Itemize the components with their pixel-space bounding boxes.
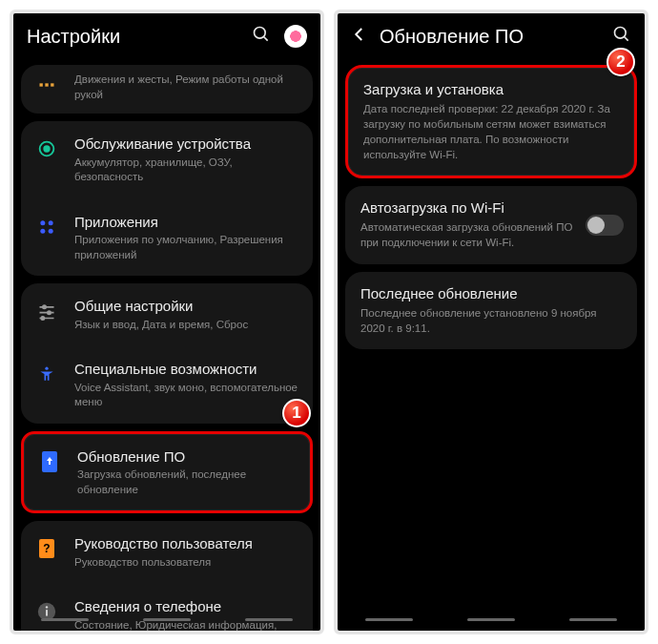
svg-line-25	[625, 37, 628, 41]
settings-group-1: Движения и жесты, Режим работы одной рук…	[21, 65, 313, 114]
svg-point-7	[40, 220, 45, 225]
svg-point-0	[255, 28, 266, 39]
search-icon[interactable]	[612, 25, 631, 48]
svg-point-12	[43, 305, 46, 308]
svg-point-8	[49, 220, 53, 225]
item-sub: Последнее обновление установлено 9 ноябр…	[360, 305, 622, 336]
step-badge-2: 2	[607, 48, 635, 76]
svg-point-14	[48, 311, 51, 314]
settings-group-update-highlight: Обновление ПО Загрузка обновлений, после…	[21, 431, 313, 514]
auto-download-wifi-item[interactable]: Автозагрузка по Wi-Fi Автоматическая заг…	[345, 186, 637, 263]
nav-back[interactable]	[569, 618, 617, 621]
svg-text:?: ?	[43, 542, 50, 555]
android-navbar	[13, 610, 320, 629]
page-title: Настройки	[27, 26, 240, 48]
svg-point-10	[49, 228, 53, 233]
svg-point-16	[41, 317, 44, 320]
item-sub: Дата последней проверки: 22 декабря 2020…	[363, 101, 619, 162]
accessibility-icon	[34, 362, 59, 386]
avatar[interactable]	[284, 25, 307, 48]
motion-icon	[34, 73, 59, 97]
last-update-item[interactable]: Последнее обновление Последнее обновлени…	[345, 272, 637, 349]
settings-item-label: Специальные возможности	[74, 360, 299, 379]
search-icon[interactable]	[252, 25, 271, 48]
phone-right: Обновление ПО Загрузка и установка Дата …	[334, 10, 648, 634]
settings-item-general[interactable]: Общие настройки Язык и ввод, Дата и врем…	[21, 283, 313, 345]
apps-icon	[34, 215, 59, 239]
settings-item-sub: Приложения по умолчанию, Разрешения прил…	[74, 233, 299, 262]
item-title: Загрузка и установка	[363, 81, 619, 97]
sliders-icon	[34, 299, 59, 323]
phone-left: Настройки Движения и жесты, Режим работы…	[10, 10, 324, 634]
settings-item-label: Общие настройки	[74, 297, 299, 316]
device-care-icon	[34, 136, 59, 161]
settings-item-sub: Язык и ввод, Дата и время, Сброс	[74, 318, 299, 333]
settings-item-sub: Движения и жесты, Режим работы одной рук…	[74, 73, 299, 102]
svg-point-6	[44, 146, 50, 152]
settings-item-device-care[interactable]: Обслуживание устройства Аккумулятор, хра…	[21, 121, 313, 198]
settings-header: Настройки	[13, 13, 320, 57]
nav-back[interactable]	[245, 618, 293, 621]
settings-item-sub: Аккумулятор, хранилище, ОЗУ, безопасност…	[74, 156, 299, 185]
nav-recent[interactable]	[41, 618, 89, 621]
svg-rect-3	[45, 83, 48, 86]
item-sub: Автоматическая загрузка обновлений ПО пр…	[360, 219, 576, 250]
settings-item-accessibility[interactable]: Специальные возможности Voice Assistant,…	[21, 345, 313, 424]
user-manual-icon: ?	[34, 536, 59, 561]
item-title: Автозагрузка по Wi-Fi	[360, 199, 576, 216]
settings-item-sub: Voice Assistant, звук моно, вспомогатель…	[74, 381, 299, 410]
nav-recent[interactable]	[365, 618, 413, 621]
settings-item-label: Обслуживание устройства	[74, 135, 299, 154]
settings-item-motion[interactable]: Движения и жесты, Режим работы одной рук…	[21, 65, 313, 114]
svg-line-1	[264, 37, 268, 41]
svg-point-9	[40, 228, 45, 233]
settings-item-apps[interactable]: Приложения Приложения по умолчанию, Разр…	[21, 198, 313, 277]
software-update-icon	[37, 449, 62, 474]
svg-rect-4	[51, 83, 53, 86]
settings-item-software-update[interactable]: Обновление ПО Загрузка обновлений, после…	[24, 434, 310, 511]
settings-item-sub: Руководство пользователя	[74, 555, 299, 571]
settings-item-sub: Загрузка обновлений, последнее обновлени…	[77, 467, 297, 497]
settings-group-2: Обслуживание устройства Аккумулятор, хра…	[21, 121, 313, 276]
nav-home[interactable]	[143, 618, 191, 621]
settings-item-label: Приложения	[74, 213, 299, 232]
settings-group-3: Общие настройки Язык и ввод, Дата и врем…	[21, 283, 313, 424]
svg-rect-2	[40, 83, 43, 86]
settings-item-manual[interactable]: ? Руководство пользователя Руководство п…	[21, 521, 313, 583]
settings-item-label: Обновление ПО	[77, 447, 297, 467]
back-icon[interactable]	[351, 26, 368, 47]
nav-home[interactable]	[467, 618, 515, 621]
download-install-item[interactable]: Загрузка и установка Дата последней пров…	[345, 65, 637, 178]
svg-point-24	[615, 28, 627, 39]
android-navbar	[338, 610, 645, 629]
svg-point-17	[45, 367, 48, 370]
software-update-header: Обновление ПО	[338, 13, 645, 57]
svg-point-23	[46, 606, 48, 608]
step-badge-1: 1	[282, 399, 311, 427]
settings-item-label: Руководство пользователя	[74, 534, 299, 553]
page-title: Обновление ПО	[380, 26, 601, 48]
auto-download-toggle[interactable]	[586, 215, 624, 236]
item-title: Последнее обновление	[360, 285, 622, 301]
